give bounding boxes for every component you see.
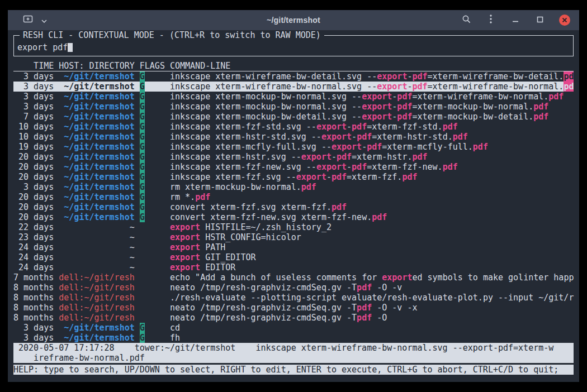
row-time: 24 days [13, 262, 54, 273]
match-highlight: export [377, 82, 407, 92]
titlebar[interactable]: ~/git/termshot [8, 10, 579, 31]
history-row[interactable]: 7 months dell:~/git/resh echo "Add a bun… [13, 273, 574, 283]
history-row[interactable]: 23 days ~ export HSTR_CONFIG=hicolor [13, 232, 574, 242]
git-flag: G [140, 192, 145, 202]
command-text: - [347, 122, 352, 132]
menu-button[interactable] [485, 15, 496, 26]
row-host: ~ [59, 232, 134, 242]
match-highlight: pdf [367, 142, 382, 152]
minimize-button[interactable] [510, 15, 521, 26]
git-flag: G [140, 92, 145, 102]
tab-dropdown-button[interactable] [39, 15, 50, 26]
command-text: rm *. [170, 192, 195, 202]
history-row[interactable]: 19 days ~/git/termshot G inkscape xterm-… [13, 142, 574, 152]
match-highlight: export [170, 242, 200, 252]
command-text: -O -v [372, 283, 402, 293]
history-row[interactable]: 20 days ~/git/termshot G inkscape xterm-… [13, 162, 574, 172]
history-row[interactable]: 8 months dell:~/git/resh neato /tmp/resh… [13, 283, 574, 293]
search-button[interactable] [461, 15, 472, 26]
git-flag: G [140, 323, 145, 333]
command-text: -O -v -x [372, 303, 417, 313]
row-time: 24 days [13, 252, 54, 262]
history-row[interactable]: 8 months dell:~/git/resh neato /tmp/resh… [13, 313, 574, 323]
git-flag: G [140, 122, 145, 132]
history-row[interactable]: 3 days ~/git/termshot G inkscape xterm-w… [13, 82, 574, 92]
command-text: =xterm-mockup-bw-normal. [412, 102, 533, 112]
command-text: HSTR_CONFIG=hicolor [200, 232, 301, 242]
close-button[interactable] [559, 15, 570, 26]
row-time: 20 days [13, 192, 54, 202]
history-row[interactable]: 7 days ~/git/termshot G inkscape xterm-m… [13, 112, 574, 122]
restore-button[interactable] [534, 15, 546, 26]
match-highlight: pdf [397, 112, 412, 122]
row-time: 8 months [13, 283, 54, 293]
command-text: - [326, 172, 332, 182]
command-text: inkscape xterm-mockup-bw-normal.svg -- [170, 102, 362, 112]
history-row[interactable]: 3 days ~/git/termshot G fh [13, 333, 574, 343]
match-highlight: pdf [412, 82, 427, 92]
match-highlight: pdf [473, 142, 488, 152]
command-text: =xterm-wireframe-bw-normal. [428, 82, 564, 92]
row-time: 8 months [13, 313, 54, 323]
match-highlight: pdf [195, 192, 210, 202]
history-row[interactable]: 3 days ~/git/termshot G inkscape xterm-m… [13, 92, 574, 102]
history-row[interactable]: 3 days ~/git/termshot G inkscape xterm-w… [13, 71, 574, 82]
row-host: dell:~/git/resh [59, 293, 134, 303]
history-row[interactable]: 10 days ~/git/termshot G inkscape xterm-… [13, 132, 574, 142]
git-flag: G [140, 172, 145, 182]
command-text: convert xterm-fzf-new.svg xterm-fzf-new. [170, 212, 372, 222]
history-row[interactable]: 20 days ~/git/termshot G convert xterm-f… [13, 202, 574, 212]
history-row[interactable]: 24 days ~ export GIT_EDITOR [13, 252, 574, 262]
row-host: dell:~/git/resh [59, 313, 134, 323]
command-text: ed symbols to make golinter happ [412, 273, 574, 283]
match-highlight: pdf [533, 102, 548, 112]
row-host: ~/git/termshot [59, 172, 134, 182]
history-row[interactable]: 24 days ~ export PATH [13, 242, 574, 252]
match-highlight: export [170, 252, 200, 262]
command-text: inkscape xterm-hstr.svg -- [170, 152, 301, 162]
command-text: =xterm-mockup-bw-detail. [412, 112, 533, 122]
history-row[interactable]: 20 days ~/git/termshot G inkscape xterm-… [13, 152, 574, 162]
command-text: inkscape xterm-wireframe-bw-normal.svg -… [170, 82, 377, 92]
history-row[interactable]: 10 days ~/git/termshot G inkscape xterm-… [13, 122, 574, 132]
match-highlight: pdf [443, 162, 458, 172]
match-highlight: export [332, 142, 362, 152]
match-highlight: pdf [443, 122, 458, 132]
row-host: ~/git/termshot [59, 82, 134, 92]
history-row[interactable]: 24 days ~ export EDITOR [13, 262, 574, 273]
command-text: =xterm-fzf-new. [367, 162, 442, 172]
match-highlight: pdf [352, 162, 367, 172]
row-time: 3 days [13, 71, 54, 82]
git-flag: G [140, 112, 145, 122]
command-text: =xterm-hstr. [352, 152, 412, 162]
history-row[interactable]: 20 days ~/git/termshot G rm *.pdf [13, 192, 574, 202]
command-text: -O [372, 313, 387, 323]
command-text: HISTFILE=~/.zsh_history_2 [200, 222, 332, 232]
history-row[interactable]: 8 months dell:~/git/resh neato /tmp/resh… [13, 303, 574, 313]
match-highlight: pdf [402, 172, 417, 182]
terminal-window: ~/git/termshot [8, 10, 579, 382]
match-highlight: export [316, 162, 347, 172]
git-flag: G [140, 102, 145, 112]
row-host: ~/git/termshot [59, 192, 134, 202]
command-text: inkscape xterm-mockup-bw-detail.svg -- [170, 112, 362, 122]
command-text: GIT_EDITOR [200, 252, 255, 262]
row-host: ~/git/termshot [59, 323, 134, 333]
row-host: ~/git/termshot [59, 333, 134, 343]
command-text: - [347, 162, 352, 172]
new-tab-button[interactable] [22, 15, 34, 26]
command-text: neato /tmp/resh-graphviz-cmdSeq.gv -T [170, 303, 357, 313]
history-row[interactable]: 22 days ~ export HISTFILE=~/.zsh_history… [13, 222, 574, 232]
detail-panel: 2020-05-07 17:17:28 tower:~/git/termshot… [13, 343, 574, 363]
row-time: 20 days [13, 172, 54, 182]
git-flag: G [140, 71, 145, 82]
history-row[interactable]: 20 days ~/git/termshot G convert xterm-f… [13, 212, 574, 222]
history-row[interactable]: 3 days ~/git/termshot G cd [13, 323, 574, 333]
row-time: 20 days [13, 162, 54, 172]
history-row[interactable]: 8 months dell:~/git/resh ./resh-evaluate… [13, 293, 574, 303]
command-text: neato /tmp/resh-graphviz-cmdSeq.gv -T [170, 313, 357, 323]
history-row[interactable]: 3 days ~/git/termshot G rm xterm-mockup-… [13, 182, 574, 192]
history-row[interactable]: 20 days ~/git/termshot G inkscape xterm-… [13, 172, 574, 182]
history-row[interactable]: 3 days ~/git/termshot G inkscape xterm-m… [13, 102, 574, 112]
row-host: ~/git/termshot [59, 182, 134, 192]
